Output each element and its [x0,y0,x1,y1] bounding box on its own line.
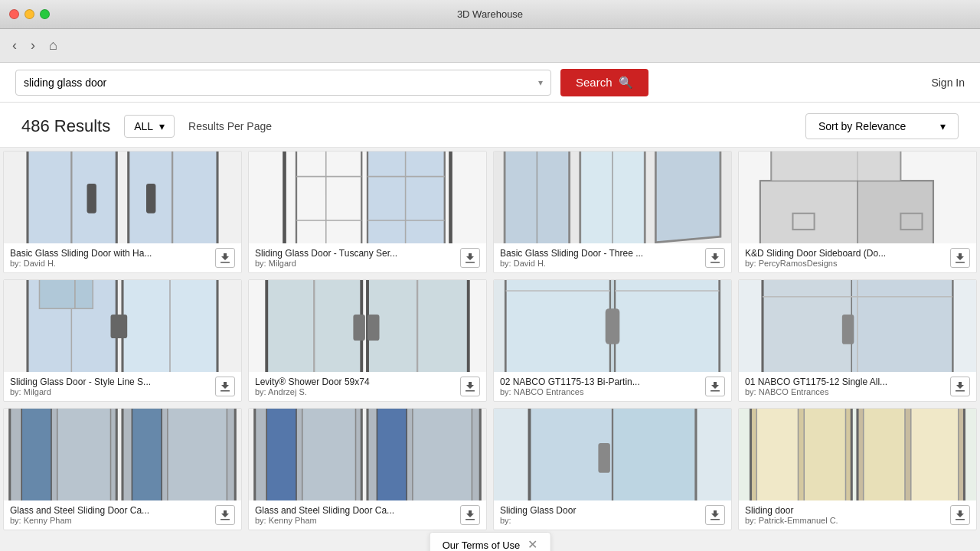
sort-chevron-icon: ▾ [940,120,946,132]
download-icon [710,381,720,392]
item-author-6: by: NABCO Entrances [500,387,705,396]
item-thumbnail-11 [739,409,976,500]
item-author-1: by: Milgard [255,259,460,268]
filter-dropdown[interactable]: ALL ▾ [124,115,175,138]
item-info-0: Basic Glass Sliding Door with Ha... by: … [4,243,241,272]
item-title-10: Sliding Glass Door [500,505,668,516]
svg-rect-43 [220,390,230,392]
terms-bar: Our Terms of Use ✕ [430,532,551,551]
forward-button[interactable]: › [28,34,38,57]
grid-item-10[interactable]: Sliding Glass Door by: [493,408,732,530]
results-per-page-label: Results Per Page [188,120,272,132]
download-button-9[interactable] [460,505,480,525]
item-text-1: Sliding Glass Door - Tuscany Ser... by: … [255,248,460,268]
download-button-1[interactable] [460,248,480,268]
minimize-window-button[interactable] [24,9,34,19]
grid-item-11[interactable]: Sliding door by: Patrick-Emmanuel C. [738,408,977,530]
item-title-8: Glass and Steel Sliding Door Ca... [10,505,178,516]
item-thumbnail-3 [739,152,976,243]
svg-rect-89 [598,443,610,473]
terms-close-button[interactable]: ✕ [528,539,537,551]
download-button-8[interactable] [215,505,235,525]
item-thumbnail-8: 914mm [4,409,241,500]
svg-rect-62 [851,280,952,372]
item-thumbnail-10 [494,409,731,500]
search-input[interactable] [24,77,534,89]
download-button-11[interactable] [950,505,970,525]
svg-rect-73 [168,409,227,500]
search-dropdown-arrow[interactable]: ▾ [534,77,543,88]
item-title-0: Basic Glass Sliding Door with Ha... [10,248,178,259]
item-text-4: Sliding Glass Door - Style Line S... by:… [10,377,215,396]
item-title-3: K&D Sliding Door Sideboard (Do... [745,248,913,259]
search-input-wrapper: ▾ [15,70,551,96]
results-grid: Basic Glass Sliding Door with Ha... by: … [0,148,980,533]
svg-rect-49 [353,315,365,341]
download-icon [220,253,230,263]
item-text-3: K&D Sliding Door Sideboard (Do... by: Pe… [745,248,950,268]
svg-rect-72 [132,409,162,500]
download-icon [710,510,720,520]
item-thumbnail-2 [494,152,731,243]
terms-label: Our Terms of Use [443,540,521,551]
download-button-7[interactable] [950,377,970,396]
grid-item-5[interactable]: Levity® Shower Door 59x74 by: Andrzej S. [248,279,487,402]
item-thumbnail-7 [739,280,976,372]
item-thumbnail-0 [4,152,241,243]
grid-item-2[interactable]: Basic Glass Sliding Door - Three ... by:… [493,151,732,273]
item-info-1: Sliding Glass Door - Tuscany Ser... by: … [249,243,486,272]
home-button[interactable]: ⌂ [46,34,60,57]
svg-rect-50 [368,315,380,341]
svg-rect-51 [466,390,475,392]
svg-rect-7 [220,262,230,263]
search-button[interactable]: Search 🔍 [560,69,648,96]
item-text-0: Basic Glass Sliding Door with Ha... by: … [10,248,215,268]
item-author-8: by: Kenny Pham [10,516,215,525]
item-info-10: Sliding Glass Door by: [494,500,731,530]
grid-item-0[interactable]: Basic Glass Sliding Door with Ha... by: … [3,151,242,273]
download-icon [465,381,475,392]
download-button-0[interactable] [215,248,235,268]
download-button-3[interactable] [950,248,970,268]
item-author-10: by: [500,516,705,525]
item-text-6: 02 NABCO GT1175-13 Bi-Partin... by: NABC… [500,377,705,396]
download-button-5[interactable] [460,377,480,396]
download-button-2[interactable] [705,248,725,268]
grid-item-4[interactable]: Sliding Glass Door - Style Line S... by:… [3,279,242,402]
download-button-4[interactable] [215,377,235,396]
sort-dropdown[interactable]: Sort by Relevance ▾ [805,113,959,139]
svg-rect-94 [756,409,798,500]
item-text-2: Basic Glass Sliding Door - Three ... by:… [500,248,705,268]
svg-rect-79 [266,409,296,500]
back-button[interactable]: ‹ [9,34,20,57]
search-icon: 🔍 [619,76,633,90]
sort-label: Sort by Relevance [818,120,906,132]
item-title-5: Levity® Shower Door 59x74 [255,377,423,387]
grid-item-9[interactable]: Glass and Steel Sliding Door Ca... by: K… [248,408,487,530]
svg-rect-55 [615,280,719,372]
results-header: 486 Results ALL ▾ Results Per Page Sort … [0,103,980,148]
search-button-label: Search [576,76,612,89]
svg-rect-34 [956,262,965,263]
item-text-5: Levity® Shower Door 59x74 by: Andrzej S. [255,377,460,396]
item-thumbnail-1 [249,152,486,243]
grid-item-7[interactable]: 01 NABCO GT1175-12 Single All... by: NAB… [738,279,977,402]
close-window-button[interactable] [9,9,19,19]
app-title: 3D Warehouse [457,8,523,20]
item-info-11: Sliding door by: Patrick-Emmanuel C. [739,500,976,530]
download-icon [955,510,965,520]
item-text-10: Sliding Glass Door by: [500,505,705,525]
item-text-9: Glass and Steel Sliding Door Ca... by: K… [255,505,460,525]
grid-item-6[interactable]: 02 NABCO GT1175-13 Bi-Partin... by: NABC… [493,279,732,402]
grid-item-3[interactable]: K&D Sliding Door Sideboard (Do... by: Pe… [738,151,977,273]
item-info-7: 01 NABCO GT1175-12 Single All... by: NAB… [739,372,976,401]
grid-item-1[interactable]: Sliding Glass Door - Tuscany Ser... by: … [248,151,487,273]
download-button-6[interactable] [705,377,725,396]
download-button-10[interactable] [705,505,725,525]
svg-rect-30 [858,181,933,243]
svg-rect-54 [506,280,610,372]
sign-in-button[interactable]: Sign In [931,77,965,89]
grid-item-8[interactable]: 914mm Glass and Steel Sliding Door Ca...… [3,408,242,530]
maximize-window-button[interactable] [40,9,50,19]
svg-rect-40 [111,315,128,338]
